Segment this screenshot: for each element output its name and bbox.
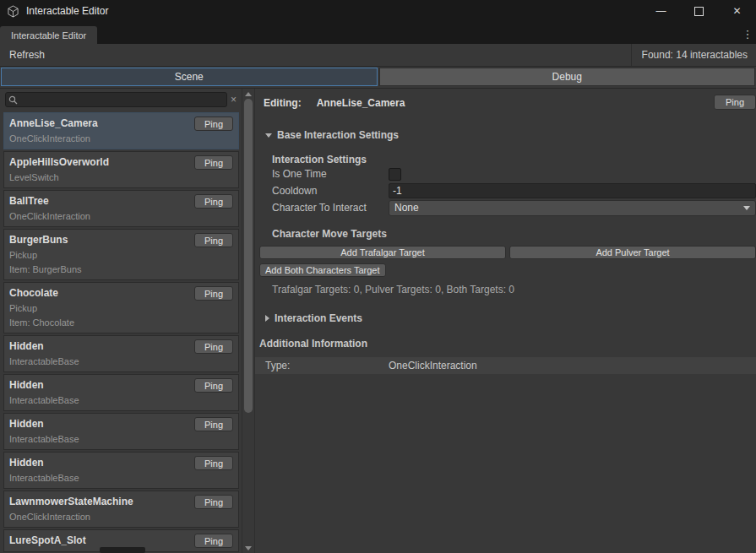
list-item-subtitle: InteractableBase xyxy=(9,394,233,407)
list-item-subtitles: InteractableBase xyxy=(9,472,233,485)
cooldown-field[interactable] xyxy=(389,183,756,198)
ping-button[interactable]: Ping xyxy=(194,194,233,209)
search-input[interactable] xyxy=(18,95,224,105)
ping-button[interactable]: Ping xyxy=(194,534,233,548)
list-item-subtitles: OneClickInteraction xyxy=(9,210,233,223)
scene-list-panel: × AnneLise_Camera Ping OneClickInteracti… xyxy=(0,89,242,553)
list-item[interactable]: Hidden Ping InteractableBase xyxy=(3,452,239,489)
refresh-button[interactable]: Refresh xyxy=(0,44,54,66)
tab-debug[interactable]: Debug xyxy=(379,68,756,86)
close-icon: ✕ xyxy=(732,5,741,17)
list-item[interactable]: Hidden Ping InteractableBase xyxy=(3,413,239,450)
ping-button[interactable]: Ping xyxy=(194,233,233,247)
list-item[interactable]: AppleHillsOverworld Ping LevelSwitch xyxy=(3,151,239,188)
is-one-time-checkbox[interactable] xyxy=(389,168,401,181)
list-item-subtitle: Pickup xyxy=(9,302,233,315)
search-box[interactable] xyxy=(5,92,227,107)
list-item-subtitles: InteractableBase xyxy=(9,355,233,368)
list-item-subtitle: Pickup xyxy=(9,249,233,262)
ping-button[interactable]: Ping xyxy=(194,339,233,354)
window-controls: — ✕ xyxy=(642,0,756,22)
list-item[interactable]: Hidden Ping InteractableBase xyxy=(3,374,239,411)
minimize-button[interactable]: — xyxy=(642,0,680,22)
list-item-subtitles: InteractableBase xyxy=(9,433,233,446)
kebab-menu-icon[interactable]: ⋮ xyxy=(742,28,753,41)
interaction-events-foldout[interactable]: Interaction Events xyxy=(265,312,756,324)
list-item-subtitle: LevelSwitch xyxy=(9,171,233,184)
cooldown-row: Cooldown xyxy=(272,182,756,199)
scroll-up-button[interactable] xyxy=(242,89,254,99)
scrollbar-thumb[interactable] xyxy=(244,99,253,413)
list-item[interactable]: LawnmowerStateMachine Ping OneClickInter… xyxy=(3,491,239,528)
cooldown-label: Cooldown xyxy=(272,185,389,197)
search-row: × xyxy=(0,89,242,111)
close-button[interactable]: ✕ xyxy=(718,0,756,22)
list-item-subtitle: InteractableBase xyxy=(9,355,233,368)
doc-tab-strip: Interactable Editor ⋮ xyxy=(0,22,756,44)
character-to-interact-dropdown[interactable]: None xyxy=(389,200,756,216)
list-item-subtitles: OneClickInteraction xyxy=(9,133,233,145)
list-item-subtitle: Item: BurgerBuns xyxy=(9,263,233,276)
is-one-time-label: Is One Time xyxy=(272,168,389,180)
scroll-down-button[interactable] xyxy=(242,543,254,553)
foldout-closed-icon xyxy=(265,315,269,322)
character-to-interact-label: Character To Interact xyxy=(272,202,389,214)
unity-logo-icon xyxy=(7,5,19,18)
tab-scene[interactable]: Scene xyxy=(1,68,378,86)
ping-button[interactable]: Ping xyxy=(194,286,233,301)
foldout-label: Interaction Events xyxy=(275,312,362,324)
ping-button[interactable]: Ping xyxy=(194,456,233,470)
list-item-subtitle: InteractableBase xyxy=(9,472,233,485)
list-item-subtitle: OneClickInteraction xyxy=(9,511,233,523)
dropdown-value: None xyxy=(394,202,419,214)
found-count-label: Found: 14 interactables xyxy=(631,44,756,66)
add-pulver-target-button[interactable]: Add Pulver Target xyxy=(509,246,756,259)
chevron-down-icon xyxy=(743,206,750,210)
clear-search-icon[interactable]: × xyxy=(227,94,240,106)
doc-tab-interactable-editor[interactable]: Interactable Editor xyxy=(0,26,97,44)
editing-row: Editing: AnneLise_Camera xyxy=(264,95,756,111)
editing-ping-button[interactable]: Ping xyxy=(714,95,756,110)
list-item-subtitle: InteractableBase xyxy=(9,433,233,446)
ping-button[interactable]: Ping xyxy=(194,155,233,170)
list-item-subtitles: PickupItem: Chocolate xyxy=(9,302,233,329)
editing-target-name: AnneLise_Camera xyxy=(317,97,405,109)
list-item[interactable]: AnneLise_Camera Ping OneClickInteraction xyxy=(3,112,239,149)
editor-panel: Editing: AnneLise_Camera Ping Base Inter… xyxy=(255,89,756,553)
list-item[interactable]: BallTree Ping OneClickInteraction xyxy=(3,190,239,227)
ping-button[interactable]: Ping xyxy=(194,378,233,393)
ping-button[interactable]: Ping xyxy=(194,117,233,131)
vertical-scrollbar[interactable] xyxy=(242,89,255,553)
minimize-icon: — xyxy=(656,5,666,17)
character-move-targets-header: Character Move Targets xyxy=(272,228,756,240)
add-trafalgar-target-button[interactable]: Add Trafalgar Target xyxy=(259,246,506,259)
list-item-subtitles: PickupItem: BurgerBuns xyxy=(9,249,233,276)
ping-button[interactable]: Ping xyxy=(194,495,233,509)
list-item-subtitles: OneClickInteraction xyxy=(9,511,233,523)
search-icon xyxy=(8,95,18,105)
title-bar: Interactable Editor — ✕ xyxy=(0,0,756,22)
type-value: OneClickInteraction xyxy=(389,360,477,371)
list-item-subtitles: InteractableBase xyxy=(9,394,233,407)
toolbar: Refresh Found: 14 interactables xyxy=(0,44,756,67)
interactable-list: AnneLise_Camera Ping OneClickInteraction… xyxy=(0,111,242,553)
list-item-subtitle: OneClickInteraction xyxy=(9,210,233,223)
scrollbar-track[interactable] xyxy=(242,99,254,543)
window-title: Interactable Editor xyxy=(26,5,108,17)
ping-button[interactable]: Ping xyxy=(194,417,233,431)
list-item[interactable]: BurgerBuns Ping PickupItem: BurgerBuns xyxy=(3,229,239,280)
add-both-characters-target-button[interactable]: Add Both Characters Target xyxy=(259,263,386,277)
list-item[interactable]: Hidden Ping InteractableBase xyxy=(3,335,239,372)
horizontal-scrollbar-thumb[interactable] xyxy=(100,547,145,553)
type-row: Type: OneClickInteraction xyxy=(255,357,756,374)
targets-summary: Trafalgar Targets: 0, Pulver Targets: 0,… xyxy=(272,284,756,295)
additional-information-header: Additional Information xyxy=(259,338,756,350)
doc-tab-label: Interactable Editor xyxy=(11,30,86,41)
scroll-down-icon xyxy=(245,546,252,550)
editing-label: Editing: xyxy=(264,97,302,109)
maximize-button[interactable] xyxy=(680,0,718,22)
list-item[interactable]: Chocolate Ping PickupItem: Chocolate xyxy=(3,282,239,333)
base-interaction-settings-foldout[interactable]: Base Interaction Settings xyxy=(265,129,756,141)
interaction-settings-header: Interaction Settings xyxy=(272,154,756,165)
character-to-interact-row: Character To Interact None xyxy=(272,199,756,216)
